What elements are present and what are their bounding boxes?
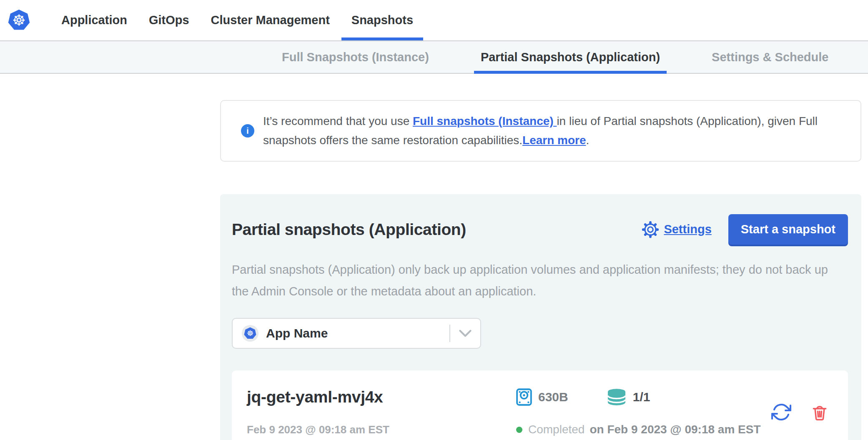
subtab-settings-schedule-label: Settings & Schedule [712, 50, 828, 64]
topnav-tabs: Application GitOps Cluster Management Sn… [50, 0, 424, 40]
restore-icon [771, 402, 791, 422]
learn-more-link[interactable]: Learn more [522, 134, 586, 147]
snapshot-row: jq-get-yaml-mvj4x [232, 370, 848, 440]
panel-header: Partial snapshots (Application) [232, 214, 848, 245]
infobox-text-before: It’s recommend that you use [263, 115, 413, 128]
subtab-partial-snapshots-label: Partial Snapshots (Application) [481, 50, 660, 64]
status-dot [516, 427, 522, 433]
tab-snapshots-label: Snapshots [351, 13, 413, 27]
database-icon [607, 388, 627, 406]
kubernetes-logo-icon: ☸ [8, 9, 30, 31]
snapshot-size-stat: 630B [516, 388, 568, 406]
subtab-full-snapshots-label: Full Snapshots (Instance) [282, 50, 429, 64]
panel-description: Partial snapshots (Application) only bac… [232, 259, 848, 302]
dropdown-chevron-area[interactable] [450, 319, 480, 348]
subtab-full-snapshots[interactable]: Full Snapshots (Instance) [275, 41, 436, 73]
logo-wrap: ☸ [0, 0, 30, 40]
subnav-tabs: Full Snapshots (Instance) Partial Snapsh… [275, 41, 835, 73]
tab-snapshots[interactable]: Snapshots [341, 0, 424, 40]
recommendation-infobox: i It’s recommend that you use Full snaps… [220, 100, 861, 162]
panel-actions: Settings Start a snapshot [642, 214, 848, 245]
snapshot-actions [771, 402, 838, 422]
app-kubernetes-icon: ☸ [244, 327, 257, 340]
tab-gitops-label: GitOps [149, 13, 189, 27]
tab-gitops[interactable]: GitOps [138, 0, 200, 40]
app-kubernetes-glyph: ☸ [247, 330, 253, 337]
info-icon: i [241, 124, 254, 138]
snapshot-status-line: Completed on Feb 9 2023 @ 09:18 am EST [516, 423, 771, 436]
snapshot-size-value: 630B [538, 390, 568, 404]
app-name-dropdown[interactable]: ☸ App Name [232, 318, 481, 349]
trash-icon [810, 402, 829, 422]
restore-snapshot-button[interactable] [771, 402, 791, 422]
delete-snapshot-button[interactable] [810, 402, 829, 422]
kubernetes-wheel-glyph: ☸ [12, 13, 25, 28]
subtab-settings-schedule[interactable]: Settings & Schedule [705, 41, 835, 73]
main-content: i It’s recommend that you use Full snaps… [220, 100, 861, 440]
snapshot-status: Completed [528, 423, 585, 436]
snapshot-timestamp: Feb 9 2023 @ 09:18 am EST [247, 423, 516, 436]
chevron-down-icon [459, 330, 472, 337]
snapshots-sub-navigation: Full Snapshots (Instance) Partial Snapsh… [0, 40, 868, 74]
panel-title: Partial snapshots (Application) [232, 220, 466, 239]
tab-application-label: Application [61, 13, 127, 27]
tab-application[interactable]: Application [50, 0, 138, 40]
start-snapshot-button[interactable]: Start a snapshot [728, 214, 848, 245]
settings-link-label: Settings [664, 222, 711, 236]
disk-icon [516, 388, 532, 406]
snapshot-volumes-stat: 1/1 [607, 388, 650, 406]
snapshot-status-detail: on Feb 9 2023 @ 09:18 am EST [590, 423, 760, 436]
partial-snapshots-panel: Partial snapshots (Application) [220, 194, 861, 440]
settings-link[interactable]: Settings [642, 221, 711, 238]
app-kubernetes-badge: ☸ [242, 325, 258, 342]
infobox-text: It’s recommend that you use Full snapsho… [263, 112, 826, 150]
app-name-value: App Name [266, 326, 328, 340]
gear-icon [642, 221, 659, 238]
snapshot-row-grid: jq-get-yaml-mvj4x [247, 388, 771, 436]
info-icon-glyph: i [246, 126, 249, 136]
tab-cluster-management[interactable]: Cluster Management [200, 0, 341, 40]
snapshot-volumes-value: 1/1 [633, 390, 650, 404]
infobox-text-after: . [586, 134, 590, 147]
full-snapshots-link[interactable]: Full snapshots (Instance) [413, 115, 557, 128]
tab-cluster-management-label: Cluster Management [211, 13, 330, 27]
subtab-partial-snapshots[interactable]: Partial Snapshots (Application) [474, 41, 667, 73]
top-navigation: ☸ Application GitOps Cluster Management … [0, 0, 868, 40]
snapshot-name: jq-get-yaml-mvj4x [247, 388, 516, 406]
snapshot-stats: 630B 1/1 [516, 388, 771, 406]
